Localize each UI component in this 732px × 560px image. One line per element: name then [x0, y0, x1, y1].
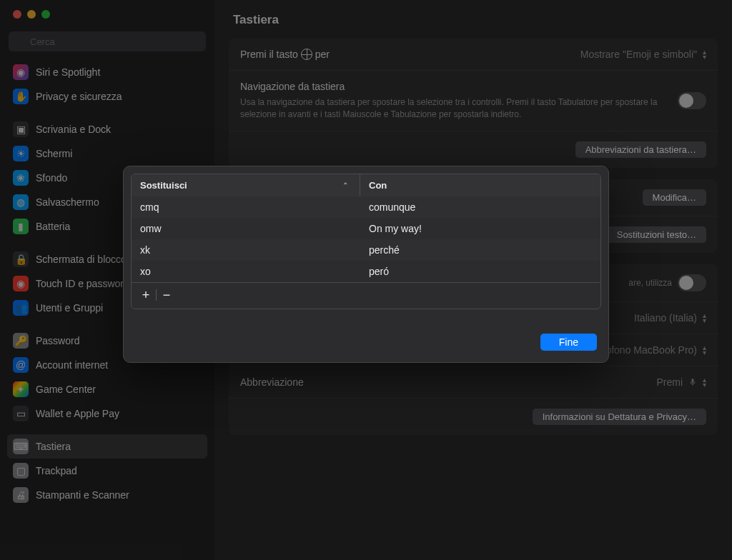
table-toolbar: + − [132, 282, 600, 309]
cell-replace: xo [132, 261, 360, 282]
cell-with: peró [360, 261, 600, 282]
text-replacements-dialog: Sostituisci ⌃ Con cmqcomunqueomwOn my wa… [123, 166, 609, 363]
cell-replace: xk [132, 239, 360, 261]
column-header-with-label: Con [369, 180, 387, 191]
toolbar-divider [156, 289, 157, 301]
cell-with: comunque [360, 196, 600, 218]
modal-overlay: Sostituisci ⌃ Con cmqcomunqueomwOn my wa… [0, 0, 732, 560]
table-body: cmqcomunqueomwOn my way!xkperchéxoperó [132, 196, 600, 282]
table-row[interactable]: xoperó [132, 261, 600, 282]
cell-with: perché [360, 239, 600, 261]
column-header-replace-label: Sostituisci [140, 180, 187, 191]
cell-with: On my way! [360, 218, 600, 239]
replacements-table: Sostituisci ⌃ Con cmqcomunqueomwOn my wa… [131, 174, 601, 309]
table-row[interactable]: cmqcomunque [132, 196, 600, 218]
cell-replace: omw [132, 218, 360, 239]
column-header-replace[interactable]: Sostituisci ⌃ [132, 174, 360, 196]
remove-row-button[interactable]: − [158, 287, 175, 303]
table-header: Sostituisci ⌃ Con [132, 174, 600, 196]
done-button[interactable]: Fine [540, 334, 597, 351]
dialog-footer: Fine [124, 316, 608, 362]
chevron-up-icon: ⌃ [342, 181, 351, 189]
column-header-with[interactable]: Con [360, 174, 600, 196]
add-row-button[interactable]: + [137, 287, 154, 303]
table-row[interactable]: omwOn my way! [132, 218, 600, 239]
table-row[interactable]: xkperché [132, 239, 600, 261]
cell-replace: cmq [132, 196, 360, 218]
